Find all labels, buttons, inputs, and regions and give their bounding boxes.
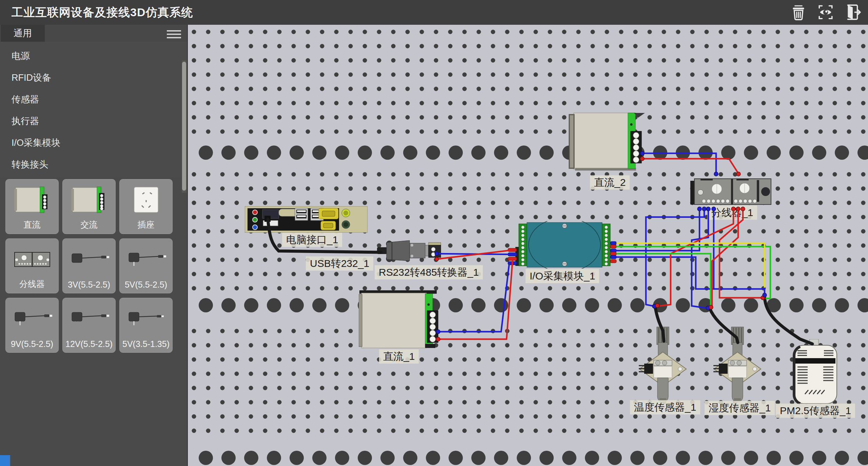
card-label: 9V(5.5-2.5) [6,339,58,349]
menu-item-sensor[interactable]: 传感器 [0,90,180,109]
device-rs232-485-converter[interactable] [377,239,445,265]
dc-power-thumb-icon [6,183,58,217]
device-dc-power-2[interactable] [567,110,646,175]
device-humidity-sensor[interactable] [709,322,767,405]
card-label: 5V(5.5-2.5) [120,280,172,290]
menu-item-io-module[interactable]: I/O采集模块 [0,133,180,152]
card-dc-power[interactable]: 直流 [5,179,59,234]
probe-sensor-visual [709,322,767,404]
view-reset-button[interactable] [816,3,835,22]
menu-hamburger-icon[interactable] [167,28,181,38]
delete-button[interactable] [789,3,808,22]
power-adapter-thumb-icon [120,302,172,335]
label-humid: 湿度传感器_1 [705,401,775,415]
category-menu: 电源 RFID设备 传感器 执行器 I/O采集模块 转换接头 [0,42,187,177]
tab-general[interactable]: 通用 [1,25,45,42]
logout-door-icon [844,4,861,21]
menu-scrollbar[interactable] [182,60,186,193]
menu-item-power[interactable]: 电源 [0,46,180,65]
probe-sensor-visual [635,322,692,404]
power-adapter-thumb-icon [120,242,172,276]
card-label: 交流 [63,219,115,230]
menu-item-actuator[interactable]: 执行器 [0,112,180,131]
card-socket[interactable]: 插座 [119,179,173,234]
trash-icon [790,4,807,21]
card-label: 5V(3.5-1.35) [120,339,172,349]
dc-power-visual [359,288,440,351]
splitter-visual [690,175,775,209]
power-adapter-thumb-icon [63,302,115,335]
splitter-thumb-icon [6,242,58,276]
card-label: 直流 [6,219,58,230]
pc-interface-visual [245,206,368,233]
ac-power-thumb-icon [63,183,115,217]
device-dc-power-1[interactable] [359,288,440,353]
card-ac-power[interactable]: 交流 [62,179,116,234]
card-adapter-3v[interactable]: 3V(5.5-2.5) [62,238,116,293]
card-adapter-9v[interactable]: 9V(5.5-2.5) [5,298,59,353]
title-bar: 工业互联网设备及接线3D仿真系统 [0,0,868,25]
device-temperature-sensor[interactable] [635,322,692,405]
power-adapter-thumb-icon [63,242,115,276]
card-adapter-12v[interactable]: 12V(5.5-2.5) [62,298,116,353]
device-pm25-sensor[interactable] [790,339,841,408]
component-sidebar: 通用 电源 RFID设备 传感器 执行器 I/O采集模块 转换接头 直流 交流 [0,25,188,466]
io-module-visual [505,221,617,269]
label-pc: 电脑接口_1 [282,233,342,247]
power-adapter-thumb-icon [6,302,58,335]
label-usb232: USB转232_1 [306,256,373,271]
device-pc-interface[interactable] [245,206,368,234]
app-title: 工业互联网设备及接线3D仿真系统 [12,5,193,20]
card-label: 分线器 [6,278,58,290]
label-rs485: RS232转485转换器_1 [375,265,483,279]
card-label: 插座 [120,219,172,230]
exit-button[interactable] [844,3,862,22]
card-label: 12V(5.5-2.5) [63,339,115,349]
socket-thumb-icon [120,183,172,217]
device-io-module[interactable] [505,221,617,270]
menu-item-adapter[interactable]: 转换接头 [0,155,180,174]
card-adapter-5v[interactable]: 5V(5.5-2.5) [119,238,173,293]
label-io: I/O采集模块_1 [526,269,599,283]
pm25-visual [790,339,841,407]
card-label: 3V(5.5-2.5) [63,280,115,290]
corner-badge[interactable] [0,455,10,466]
card-adapter-5v-small[interactable]: 5V(3.5-1.35) [119,298,173,353]
card-splitter[interactable]: 分线器 [5,238,59,293]
dc-power-visual [567,110,646,173]
device-splitter[interactable] [690,175,775,210]
sidebar-tabstrip: 通用 [0,25,187,42]
converter-visual [377,239,445,264]
label-dc1: 直流_1 [379,349,419,364]
label-temp: 温度传感器_1 [630,400,700,414]
eye-icon [817,4,834,21]
label-pm25: PM2.5传感器_1 [776,404,855,418]
menu-item-rfid[interactable]: RFID设备 [0,68,180,87]
label-dc2: 直流_2 [590,175,630,190]
app-window: 直流_2 直流_1 [0,0,868,466]
